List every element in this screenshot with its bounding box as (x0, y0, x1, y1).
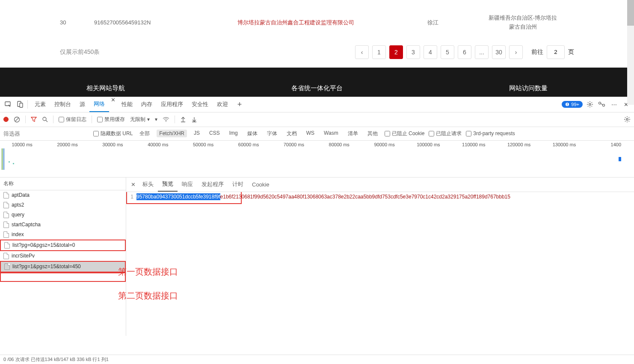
filter-input[interactable] (3, 129, 89, 138)
add-tab-icon[interactable]: + (235, 100, 244, 109)
footer-link-b[interactable]: 各省统一体化平台 (211, 80, 423, 97)
file-icon (4, 242, 10, 249)
page-content: 30 91652700556459132N 博尔塔拉蒙古自治州鑫合工程建设监理有… (0, 0, 634, 68)
filter-pill[interactable]: CSS (207, 129, 222, 138)
file-icon (3, 212, 9, 218)
filter-pill[interactable]: WS (304, 129, 317, 138)
request-item[interactable]: incrSitePv (0, 251, 126, 261)
devtools-tab[interactable]: 安全性 (187, 97, 213, 112)
request-name: index (12, 231, 24, 237)
record-button[interactable] (3, 117, 9, 122)
annotation-label-1: 第一页数据接口 (118, 266, 178, 278)
close-tab-icon[interactable]: ✕ (109, 97, 117, 112)
timeline-label: 110000 ms (453, 142, 498, 147)
page-scrollbar[interactable] (627, 0, 634, 105)
blocked-cookie-checkbox[interactable]: 已阻止 Cookie (385, 130, 425, 137)
page-button-6[interactable]: 6 (458, 45, 471, 59)
devtools-tab[interactable]: 欢迎 (213, 97, 232, 112)
hide-data-url-checkbox[interactable]: 隐藏数据 URL (93, 130, 133, 137)
next-page-button[interactable]: › (509, 45, 523, 59)
search-icon[interactable] (42, 116, 48, 122)
detail-tab[interactable]: 计时 (228, 177, 248, 192)
filter-pill[interactable]: 字体 (264, 129, 280, 138)
annotation-box-preview (126, 192, 242, 204)
request-name: startCaptcha (12, 222, 41, 228)
detail-tab[interactable]: 响应 (178, 177, 197, 192)
filter-pill[interactable]: 文档 (284, 129, 299, 138)
detail-tab[interactable]: 标头 (138, 177, 158, 192)
detail-tab[interactable]: 预览 (158, 177, 178, 192)
third-party-checkbox[interactable]: 3rd-party requests (466, 130, 515, 136)
activity-icon[interactable] (597, 100, 607, 109)
pagination: 仅展示前450条 ‹ 123456...30 › 前往 页 (60, 37, 574, 68)
devtools-panel: 元素控制台源网络✕性能内存应用程序安全性欢迎 + 99+ ⋯ ✕ 保留日志 禁用… (0, 97, 634, 336)
filter-pill[interactable]: Img (227, 129, 240, 138)
timeline[interactable]: 10000 ms20000 ms30000 ms40000 ms50000 ms… (0, 141, 634, 178)
timeline-label: 40000 ms (136, 142, 181, 147)
request-item[interactable]: list?pg=1&pgsz=15&total=450 (0, 261, 126, 272)
close-detail-icon[interactable]: ✕ (129, 181, 137, 188)
filter-icon[interactable] (31, 116, 37, 122)
request-item[interactable]: query (0, 210, 126, 220)
request-item[interactable]: startCaptcha (0, 220, 126, 230)
region: 新疆维吾尔自治区-博尔塔拉 蒙古自治州 (471, 14, 574, 32)
filter-pill[interactable]: Wasm (321, 129, 341, 138)
svg-point-13 (166, 121, 166, 122)
detail-pane: ✕ 标头预览响应发起程序计时Cookie 1 95780ba0943730051… (126, 178, 634, 336)
detail-tab[interactable]: Cookie (248, 177, 273, 192)
devtools-tab[interactable]: 内存 (137, 97, 157, 112)
request-name: list?pg=1&pgsz=15&total=450 (12, 263, 81, 269)
timeline-label: 20000 ms (45, 142, 91, 147)
devtools-tab[interactable]: 性能 (117, 97, 137, 112)
preview-body[interactable]: 1 95780ba0943730051dccb5fe3918f9fe1b6f21… (126, 192, 634, 336)
footer-link-c[interactable]: 网站访问数量 (423, 80, 634, 97)
page-button-2[interactable]: 2 (389, 45, 403, 59)
request-item[interactable]: index (0, 230, 126, 240)
filter-pill[interactable]: 其他 (365, 129, 380, 138)
devtools-tab[interactable]: 元素 (30, 97, 50, 112)
device-icon[interactable] (15, 100, 25, 109)
devtools-tab[interactable]: 网络 (89, 97, 109, 112)
download-icon[interactable] (191, 116, 197, 122)
company-link[interactable]: 博尔塔拉蒙古自治州鑫合工程建设监理有限公司 (197, 19, 394, 27)
more-icon[interactable]: ⋯ (609, 100, 619, 109)
svg-point-7 (599, 102, 601, 104)
page-button-3[interactable]: 3 (406, 45, 420, 59)
filter-pill[interactable]: 清单 (345, 129, 361, 138)
timeline-label: 50000 ms (181, 142, 226, 147)
filter-fetch-xhr[interactable]: Fetch/XHR (157, 130, 187, 137)
network-settings-icon[interactable] (624, 116, 631, 123)
page-button-4[interactable]: 4 (424, 45, 437, 59)
settings-icon[interactable] (585, 100, 595, 109)
devtools-tab[interactable]: 源 (75, 97, 89, 112)
preserve-log-checkbox[interactable]: 保留日志 (59, 116, 86, 123)
clear-button[interactable] (14, 116, 20, 123)
timeline-label: 10000 ms (0, 142, 45, 147)
filter-bar: 隐藏数据 URL 全部 Fetch/XHR JSCSSImg媒体字体文档WSWa… (0, 127, 634, 141)
page-button-5[interactable]: 5 (441, 45, 454, 59)
request-item[interactable]: list?pg=0&pgsz=15&total=0 (0, 240, 126, 251)
filter-pill[interactable]: 媒体 (245, 129, 260, 138)
request-name: incrSitePv (12, 253, 35, 259)
detail-tab[interactable]: 发起程序 (197, 177, 228, 192)
throttle-select[interactable]: 无限制▾ (130, 116, 150, 123)
upload-icon[interactable] (180, 116, 186, 122)
inspect-icon[interactable] (3, 100, 13, 109)
issues-badge[interactable]: 99+ (562, 101, 583, 108)
filter-all[interactable]: 全部 (137, 129, 152, 138)
page-button-30[interactable]: 30 (492, 45, 506, 59)
prev-page-button[interactable]: ‹ (355, 45, 369, 59)
disable-cache-checkbox[interactable]: 禁用缓存 (97, 116, 125, 123)
filter-pill[interactable]: JS (191, 129, 202, 138)
page-button-1[interactable]: 1 (372, 45, 386, 59)
footer-link-a[interactable]: 相关网站导航 (0, 80, 211, 97)
wifi-icon[interactable] (163, 117, 169, 122)
blocked-request-checkbox[interactable]: 已阻止请求 (429, 130, 462, 137)
page-button-...[interactable]: ... (475, 45, 489, 59)
request-item[interactable]: aptData (0, 190, 126, 200)
request-item[interactable]: apts2 (0, 200, 126, 210)
devtools-tab[interactable]: 控制台 (50, 97, 75, 112)
request-list-header: 名称 (0, 178, 126, 190)
goto-page-input[interactable] (547, 45, 565, 59)
devtools-tab[interactable]: 应用程序 (157, 97, 187, 112)
